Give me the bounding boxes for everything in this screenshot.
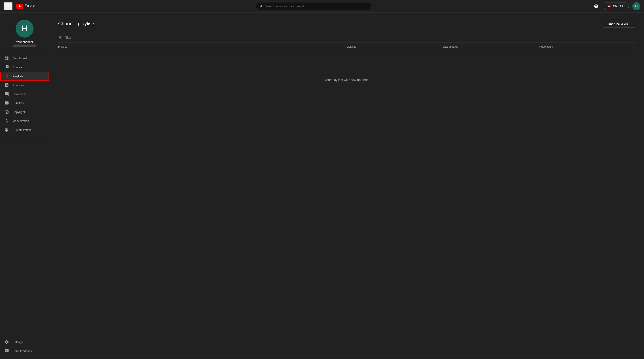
- topnav-right: CREATE H: [592, 2, 640, 10]
- create-button[interactable]: CREATE: [604, 2, 629, 10]
- page-title: Channel playlists: [58, 21, 95, 27]
- sidebar-bottom: Settings Send feedback: [0, 337, 49, 359]
- empty-state: Your playlists will show up here.: [58, 51, 635, 109]
- studio-label: Studio: [24, 4, 35, 9]
- sidebar-nav: Dashboard Content Playlists: [0, 54, 49, 134]
- sidebar-item-send-feedback[interactable]: Send feedback: [0, 346, 49, 355]
- table-header: Playlist Visibility Last updated Video c…: [58, 43, 635, 51]
- playlists-label: Playlists: [12, 75, 23, 78]
- comments-icon: [4, 92, 9, 96]
- col-last-updated-header: Last updated: [443, 45, 539, 48]
- subtitles-icon: [4, 101, 9, 105]
- app-layout: H Your channel Dashboard Content: [0, 13, 644, 359]
- subtitles-label: Subtitles: [12, 101, 24, 105]
- main-content: Channel playlists NEW PLAYLIST Filter Pl…: [49, 13, 644, 359]
- content-label: Content: [12, 66, 23, 69]
- hamburger-menu[interactable]: [4, 2, 12, 10]
- send-feedback-label: Send feedback: [12, 349, 32, 353]
- page-header: Channel playlists NEW PLAYLIST: [58, 20, 635, 28]
- help-icon: [594, 4, 598, 9]
- feedback-icon: [4, 349, 9, 353]
- sidebar-item-playlists[interactable]: Playlists: [0, 72, 49, 81]
- settings-label: Settings: [12, 340, 23, 344]
- copyright-label: Copyright: [12, 110, 25, 114]
- help-button[interactable]: [592, 2, 600, 10]
- customization-label: Customization: [12, 128, 31, 132]
- dashboard-icon: [4, 56, 9, 61]
- channel-label: Your channel: [16, 40, 33, 44]
- settings-icon: [4, 340, 9, 344]
- sidebar-item-comments[interactable]: Comments: [0, 90, 49, 99]
- channel-avatar: H: [16, 20, 34, 38]
- dashboard-label: Dashboard: [12, 57, 27, 60]
- logo-link[interactable]: Studio: [16, 4, 35, 9]
- sidebar-item-monetization[interactable]: Monetization: [0, 116, 49, 125]
- analytics-icon: [4, 83, 9, 87]
- sidebar: H Your channel Dashboard Content: [0, 13, 49, 359]
- filter-icon: [58, 36, 62, 40]
- sidebar-divider: [0, 136, 49, 136]
- sidebar-item-dashboard[interactable]: Dashboard: [0, 54, 49, 63]
- search-input[interactable]: [265, 5, 368, 8]
- channel-name-blurred: [14, 45, 36, 47]
- comments-label: Comments: [12, 92, 26, 96]
- col-visibility-header: Visibility: [346, 45, 443, 48]
- top-navigation: Studio CREATE H: [0, 0, 644, 13]
- youtube-logo-icon: [16, 4, 23, 9]
- empty-state-message: Your playlists will show up here.: [324, 78, 368, 82]
- user-avatar-button[interactable]: H: [632, 2, 640, 10]
- sidebar-item-subtitles[interactable]: Subtitles: [0, 99, 49, 107]
- topnav-left: Studio: [4, 2, 35, 10]
- col-video-count-header: Video count: [539, 45, 635, 48]
- avatar-letter: H: [635, 4, 638, 8]
- search-bar: [44, 2, 583, 10]
- sidebar-item-analytics[interactable]: Analytics: [0, 81, 49, 90]
- analytics-label: Analytics: [12, 84, 24, 87]
- sidebar-item-copyright[interactable]: Copyright: [0, 107, 49, 116]
- monetization-icon: [4, 119, 9, 123]
- create-icon: [607, 4, 611, 8]
- filter-label: Filter: [64, 36, 71, 39]
- search-input-wrap: [256, 2, 372, 10]
- sidebar-item-customization[interactable]: Customization: [0, 125, 49, 134]
- copyright-icon: [4, 110, 9, 114]
- channel-info: H Your channel: [0, 16, 49, 52]
- search-icon: [260, 5, 263, 8]
- svg-rect-3: [608, 6, 610, 7]
- create-label: CREATE: [613, 5, 626, 8]
- sidebar-item-settings[interactable]: Settings: [0, 337, 49, 346]
- new-playlist-button[interactable]: NEW PLAYLIST: [603, 20, 635, 28]
- col-playlist-header: Playlist: [58, 45, 346, 48]
- filter-row: Filter: [58, 33, 635, 43]
- monetization-label: Monetization: [12, 119, 29, 123]
- sidebar-item-content[interactable]: Content: [0, 63, 49, 72]
- playlists-icon: [4, 74, 9, 78]
- customization-icon: [4, 128, 9, 132]
- content-icon: [4, 65, 9, 69]
